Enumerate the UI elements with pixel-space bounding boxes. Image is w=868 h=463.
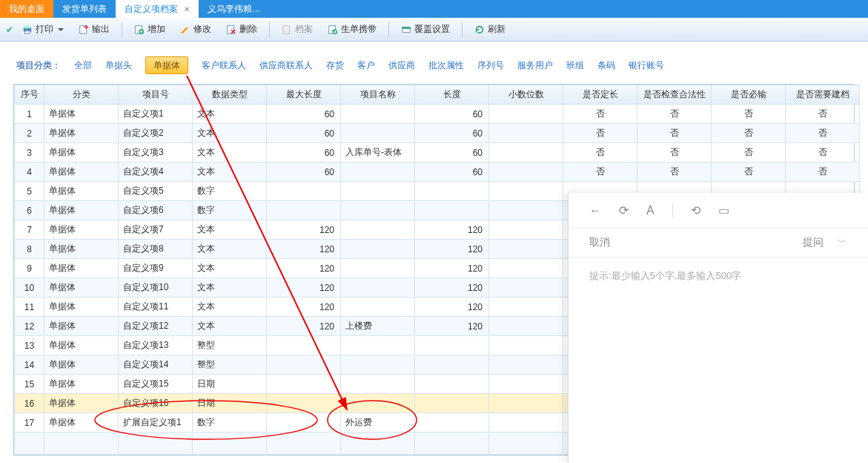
- cell[interactable]: 文本: [193, 317, 267, 336]
- archive-button[interactable]: 档案: [276, 21, 319, 38]
- cell[interactable]: 上楼费: [341, 317, 415, 336]
- cell[interactable]: 否: [637, 105, 712, 124]
- cell[interactable]: 否: [637, 124, 712, 143]
- cell[interactable]: [489, 240, 563, 259]
- cell[interactable]: 否: [563, 105, 637, 124]
- cell[interactable]: [489, 143, 563, 162]
- table-row[interactable]: 2单据体自定义项2文本6060否否否否: [15, 124, 860, 143]
- cell[interactable]: 60: [267, 124, 341, 143]
- cell[interactable]: 自定义项4: [119, 162, 193, 182]
- cell[interactable]: [267, 375, 341, 394]
- filter-班组[interactable]: 班组: [566, 60, 584, 70]
- cell[interactable]: 自定义项13: [119, 336, 193, 355]
- cell[interactable]: 否: [712, 105, 786, 124]
- print-button[interactable]: 打印: [16, 21, 70, 38]
- cell[interactable]: 12: [15, 317, 44, 336]
- cell[interactable]: 外运费: [341, 413, 415, 433]
- cell[interactable]: 15: [15, 375, 44, 394]
- cell[interactable]: 单据体: [44, 413, 119, 433]
- cell[interactable]: 120: [267, 278, 341, 298]
- col-header[interactable]: 项目号: [119, 85, 193, 105]
- col-header[interactable]: 长度: [415, 85, 489, 105]
- cell[interactable]: [489, 413, 563, 433]
- col-header[interactable]: 是否必输: [712, 85, 786, 105]
- cell[interactable]: 自定义项16: [119, 394, 193, 413]
- cover-button[interactable]: 覆盖设置: [395, 21, 456, 38]
- col-header[interactable]: 是否检查合法性: [637, 85, 712, 105]
- cell[interactable]: [341, 278, 415, 298]
- cell[interactable]: 自定义项8: [119, 240, 193, 259]
- col-header[interactable]: 是否需要建档: [786, 85, 860, 105]
- cell[interactable]: 自定义项5: [119, 182, 193, 201]
- cell[interactable]: [341, 182, 415, 201]
- cell[interactable]: 自定义项11: [119, 298, 193, 317]
- cell[interactable]: 单据体: [44, 124, 119, 143]
- cell[interactable]: 120: [415, 240, 489, 259]
- filter-序列号[interactable]: 序列号: [477, 60, 504, 70]
- cell[interactable]: 13: [15, 336, 44, 355]
- cell[interactable]: 6: [15, 201, 44, 220]
- cell[interactable]: 否: [563, 162, 637, 182]
- cell[interactable]: 1: [15, 105, 44, 124]
- cell[interactable]: 否: [786, 143, 860, 162]
- cell[interactable]: 单据体: [44, 336, 119, 355]
- cell[interactable]: 否: [563, 143, 637, 162]
- col-header[interactable]: 小数位数: [489, 85, 563, 105]
- cell[interactable]: 入库单号-表体: [341, 143, 415, 162]
- cell[interactable]: [489, 201, 563, 220]
- close-icon[interactable]: ✕: [184, 5, 190, 13]
- cell[interactable]: 单据体: [44, 143, 119, 162]
- cell[interactable]: 单据体: [44, 317, 119, 336]
- cell[interactable]: [415, 201, 489, 220]
- tab-desktop[interactable]: 我的桌面: [0, 0, 53, 18]
- cell[interactable]: 扩展自定义项1: [119, 413, 193, 433]
- cell[interactable]: [489, 124, 563, 143]
- cell[interactable]: [489, 259, 563, 278]
- cell[interactable]: 3: [15, 143, 44, 162]
- cell[interactable]: 120: [415, 259, 489, 278]
- cell[interactable]: 自定义项7: [119, 220, 193, 240]
- cell[interactable]: 整型: [193, 336, 267, 355]
- cell[interactable]: [341, 259, 415, 278]
- table-row[interactable]: 3单据体自定义项3文本60入库单号-表体60否否否否: [15, 143, 860, 162]
- cell[interactable]: [415, 355, 489, 375]
- cell[interactable]: 单据体: [44, 355, 119, 375]
- cell[interactable]: 自定义项10: [119, 278, 193, 298]
- cell[interactable]: 120: [415, 220, 489, 240]
- filter-批次属性[interactable]: 批次属性: [428, 60, 464, 70]
- save-icon[interactable]: ✔: [6, 24, 13, 35]
- cell[interactable]: 日期: [193, 394, 267, 413]
- cell[interactable]: 单据体: [44, 278, 119, 298]
- filter-单据头[interactable]: 单据头: [105, 60, 132, 70]
- cell[interactable]: [489, 220, 563, 240]
- cell[interactable]: 单据体: [44, 298, 119, 317]
- cell[interactable]: 单据体: [44, 162, 119, 182]
- cell[interactable]: [341, 105, 415, 124]
- cell[interactable]: [267, 394, 341, 413]
- filter-单据体[interactable]: 单据体: [145, 56, 188, 74]
- cell[interactable]: [267, 336, 341, 355]
- cell[interactable]: 整型: [193, 355, 267, 375]
- cell[interactable]: [489, 355, 563, 375]
- cell[interactable]: 单据体: [44, 105, 119, 124]
- window-icon[interactable]: ▭: [718, 203, 729, 217]
- cell[interactable]: 16: [15, 394, 44, 413]
- cell[interactable]: 14: [15, 355, 44, 375]
- cell[interactable]: 否: [786, 105, 860, 124]
- filter-供应商[interactable]: 供应商: [388, 60, 415, 70]
- cell[interactable]: [267, 182, 341, 201]
- cell[interactable]: 数字: [193, 201, 267, 220]
- edit-button[interactable]: 修改: [174, 21, 217, 38]
- cell[interactable]: [415, 394, 489, 413]
- cell[interactable]: 自定义项14: [119, 355, 193, 375]
- filter-条码[interactable]: 条码: [597, 60, 615, 70]
- cell[interactable]: 120: [415, 278, 489, 298]
- cell[interactable]: [415, 375, 489, 394]
- cell[interactable]: 否: [712, 124, 786, 143]
- cell[interactable]: [341, 336, 415, 355]
- cell[interactable]: [341, 355, 415, 375]
- cell[interactable]: 文本: [193, 298, 267, 317]
- add-button[interactable]: 增加: [128, 21, 171, 38]
- cell[interactable]: 自定义项6: [119, 201, 193, 220]
- cell[interactable]: 4: [15, 162, 44, 182]
